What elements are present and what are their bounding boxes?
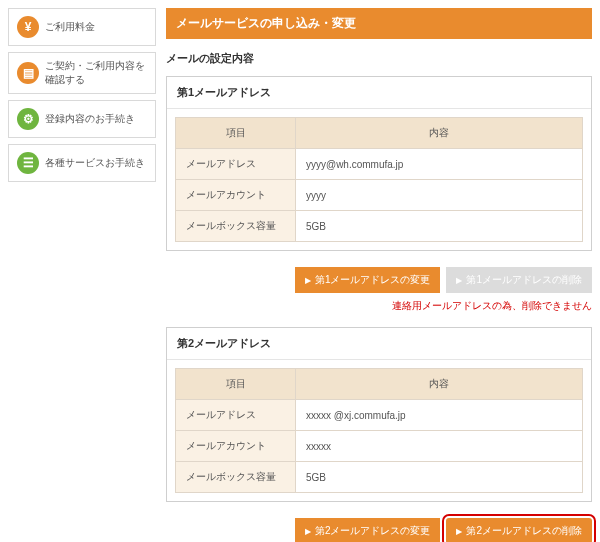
row-label-address: メールアドレス bbox=[176, 149, 296, 180]
mail1-button-row: 第1メールアドレスの変更 第1メールアドレスの削除 bbox=[166, 267, 592, 293]
list-icon: ☰ bbox=[17, 152, 39, 174]
table-row: メールアドレス yyyy@wh.commufa.jp bbox=[176, 149, 583, 180]
mail2-capacity: 5GB bbox=[296, 462, 583, 493]
mail2-address: xxxxx @xj.commufa.jp bbox=[296, 400, 583, 431]
page-title: メールサービスの申し込み・変更 bbox=[166, 8, 592, 39]
sidebar-item-contract-confirm[interactable]: ▤ ご契約・ご利用内容を確認する bbox=[8, 52, 156, 94]
sidebar: ¥ ご利用料金 ▤ ご契約・ご利用内容を確認する ⚙ 登録内容のお手続き ☰ 各… bbox=[8, 8, 156, 542]
row-label-capacity: メールボックス容量 bbox=[176, 211, 296, 242]
table-header-content: 内容 bbox=[296, 369, 583, 400]
sidebar-item-usage-fee[interactable]: ¥ ご利用料金 bbox=[8, 8, 156, 46]
mail1-card: 第1メールアドレス 項目 内容 メールアドレス yyyy@wh.commufa.… bbox=[166, 76, 592, 251]
mail1-change-button[interactable]: 第1メールアドレスの変更 bbox=[295, 267, 441, 293]
mail1-delete-button: 第1メールアドレスの削除 bbox=[446, 267, 592, 293]
section-title: メールの設定内容 bbox=[166, 51, 592, 66]
table-row: メールアドレス xxxxx @xj.commufa.jp bbox=[176, 400, 583, 431]
sidebar-item-service-procedure[interactable]: ☰ 各種サービスお手続き bbox=[8, 144, 156, 182]
sidebar-item-label: ご利用料金 bbox=[45, 20, 95, 34]
row-label-address: メールアドレス bbox=[176, 400, 296, 431]
book-icon: ▤ bbox=[17, 62, 39, 84]
sidebar-item-registration-procedure[interactable]: ⚙ 登録内容のお手続き bbox=[8, 100, 156, 138]
sidebar-item-label: ご契約・ご利用内容を確認する bbox=[45, 59, 147, 87]
row-label-account: メールアカウント bbox=[176, 431, 296, 462]
mail1-address: yyyy@wh.commufa.jp bbox=[296, 149, 583, 180]
table-header-item: 項目 bbox=[176, 369, 296, 400]
row-label-capacity: メールボックス容量 bbox=[176, 462, 296, 493]
sidebar-item-label: 各種サービスお手続き bbox=[45, 156, 145, 170]
sidebar-item-label: 登録内容のお手続き bbox=[45, 112, 135, 126]
mail1-account: yyyy bbox=[296, 180, 583, 211]
table-row: メールボックス容量 5GB bbox=[176, 462, 583, 493]
main-content: メールサービスの申し込み・変更 メールの設定内容 第1メールアドレス 項目 内容… bbox=[166, 8, 592, 542]
mail1-delete-note: 連絡用メールアドレスの為、削除できません bbox=[166, 299, 592, 313]
mail2-table: 項目 内容 メールアドレス xxxxx @xj.commufa.jp メールアカ… bbox=[175, 368, 583, 493]
yen-icon: ¥ bbox=[17, 16, 39, 38]
mail2-card: 第2メールアドレス 項目 内容 メールアドレス xxxxx @xj.commuf… bbox=[166, 327, 592, 502]
mail2-button-row: 第2メールアドレスの変更 第2メールアドレスの削除 bbox=[166, 518, 592, 542]
mail2-account: xxxxx bbox=[296, 431, 583, 462]
mail2-heading: 第2メールアドレス bbox=[167, 328, 591, 360]
mail1-heading: 第1メールアドレス bbox=[167, 77, 591, 109]
table-row: メールアカウント yyyy bbox=[176, 180, 583, 211]
gear-icon: ⚙ bbox=[17, 108, 39, 130]
mail2-change-button[interactable]: 第2メールアドレスの変更 bbox=[295, 518, 441, 542]
mail1-capacity: 5GB bbox=[296, 211, 583, 242]
table-header-content: 内容 bbox=[296, 118, 583, 149]
table-row: メールボックス容量 5GB bbox=[176, 211, 583, 242]
mail1-table: 項目 内容 メールアドレス yyyy@wh.commufa.jp メールアカウン… bbox=[175, 117, 583, 242]
table-header-item: 項目 bbox=[176, 118, 296, 149]
table-row: メールアカウント xxxxx bbox=[176, 431, 583, 462]
mail2-delete-button[interactable]: 第2メールアドレスの削除 bbox=[446, 518, 592, 542]
row-label-account: メールアカウント bbox=[176, 180, 296, 211]
